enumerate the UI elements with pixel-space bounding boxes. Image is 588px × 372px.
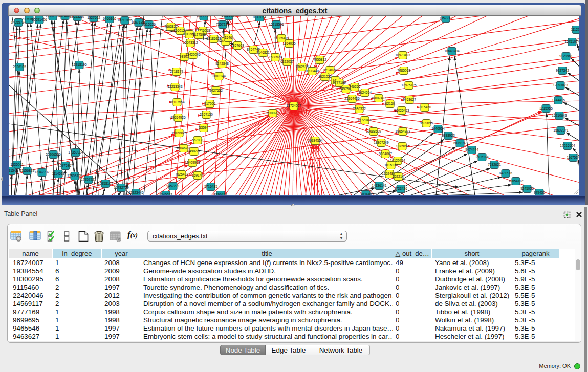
- svg-text:15720407: 15720407: [357, 118, 373, 122]
- svg-text:252214: 252214: [393, 174, 404, 178]
- svg-text:12505135: 12505135: [67, 174, 82, 178]
- svg-text:12923445: 12923445: [128, 191, 144, 194]
- svg-text:18807249: 18807249: [374, 141, 389, 144]
- svg-text:7625402: 7625402: [175, 172, 188, 176]
- svg-text:7663822: 7663822: [164, 25, 178, 28]
- svg-text:1733426: 1733426: [394, 187, 407, 190]
- svg-text:16782759: 16782759: [114, 186, 129, 189]
- svg-text:6322037: 6322037: [280, 60, 294, 63]
- svg-text:53594: 53594: [199, 126, 209, 129]
- svg-text:19166825: 19166825: [171, 131, 187, 135]
- svg-text:16648784: 16648784: [444, 49, 460, 53]
- svg-text:2367608: 2367608: [231, 43, 244, 47]
- svg-text:7357212: 7357212: [439, 16, 452, 20]
- svg-text:15692971: 15692971: [553, 128, 569, 132]
- svg-text:9227342: 9227342: [556, 69, 569, 72]
- svg-text:6879197: 6879197: [453, 141, 467, 145]
- svg-text:3624554: 3624554: [358, 91, 372, 94]
- svg-text:9242848: 9242848: [215, 62, 229, 65]
- svg-text:1335061: 1335061: [10, 163, 24, 166]
- svg-text:1114519: 1114519: [52, 172, 65, 176]
- svg-text:9457271: 9457271: [166, 184, 180, 188]
- svg-text:12342737: 12342737: [34, 170, 50, 174]
- svg-text:917006: 917006: [204, 102, 215, 105]
- svg-text:15409948: 15409948: [185, 161, 200, 164]
- svg-text:2026105: 2026105: [13, 65, 26, 69]
- svg-text:9699695: 9699695: [420, 121, 433, 125]
- svg-text:16033809: 16033809: [196, 16, 211, 18]
- svg-text:10807487: 10807487: [371, 96, 386, 100]
- svg-text:1440954: 1440954: [431, 127, 445, 130]
- svg-text:9245052: 9245052: [159, 193, 172, 195]
- svg-text:9474444: 9474444: [465, 148, 478, 151]
- svg-text:7357224: 7357224: [216, 23, 229, 26]
- svg-text:109448: 109448: [360, 192, 372, 195]
- svg-text:10654112: 10654112: [509, 179, 524, 183]
- svg-text:62160: 62160: [385, 102, 395, 105]
- svg-text:9245052: 9245052: [520, 187, 534, 190]
- svg-text:10958107: 10958107: [98, 182, 113, 185]
- svg-text:9146821: 9146821: [256, 51, 270, 54]
- svg-text:10025453: 10025453: [394, 108, 409, 112]
- svg-text:16107554: 16107554: [169, 100, 185, 104]
- svg-text:19654925: 19654925: [170, 116, 186, 119]
- svg-text:9127503: 9127503: [192, 33, 206, 36]
- svg-text:25300203: 25300203: [265, 111, 280, 115]
- svg-text:7955812: 7955812: [313, 58, 326, 61]
- svg-text:1164095: 1164095: [282, 41, 296, 45]
- svg-text:1621022: 1621022: [318, 75, 332, 78]
- svg-text:10653267: 10653267: [70, 16, 85, 18]
- svg-text:2935114: 2935114: [475, 155, 489, 159]
- svg-text:9777169: 9777169: [333, 81, 346, 84]
- svg-text:14055724: 14055724: [11, 20, 26, 24]
- svg-text:1527602: 1527602: [87, 16, 100, 19]
- svg-text:12213343: 12213343: [167, 85, 183, 89]
- svg-text:10975867: 10975867: [58, 164, 73, 167]
- svg-text:20691406: 20691406: [32, 18, 47, 21]
- svg-text:9129961: 9129961: [559, 54, 573, 58]
- svg-text:39154: 39154: [9, 169, 16, 172]
- svg-text:23420046: 23420046: [185, 53, 201, 56]
- svg-text:9115460: 9115460: [418, 105, 431, 109]
- svg-text:7485063: 7485063: [397, 69, 410, 72]
- svg-text:567833: 567833: [192, 138, 203, 142]
- svg-text:8990448: 8990448: [306, 69, 319, 73]
- svg-text:3267130: 3267130: [200, 113, 213, 116]
- svg-text:169144: 169144: [192, 173, 203, 177]
- svg-text:3215955: 3215955: [539, 106, 553, 110]
- svg-text:14136141: 14136141: [372, 184, 387, 187]
- svg-text:8938923: 8938923: [442, 134, 455, 137]
- svg-text:1244415: 1244415: [552, 98, 565, 102]
- svg-text:10543312: 10543312: [183, 41, 198, 45]
- svg-text:6794024: 6794024: [323, 68, 337, 72]
- svg-text:12975125: 12975125: [401, 83, 417, 87]
- svg-text:10688609: 10688609: [366, 129, 381, 133]
- svg-text:17957223: 17957223: [81, 178, 96, 181]
- svg-text:21364436: 21364436: [344, 97, 360, 100]
- svg-text:1167534: 1167534: [567, 156, 579, 159]
- svg-text:1615132: 1615132: [384, 163, 398, 167]
- svg-text:20206536: 20206536: [46, 152, 61, 156]
- svg-text:8796452: 8796452: [214, 193, 227, 195]
- svg-text:1075692: 1075692: [396, 144, 409, 148]
- svg-text:11156829: 11156829: [20, 169, 35, 172]
- svg-text:13918195: 13918195: [72, 63, 87, 67]
- svg-text:7986322: 7986322: [353, 107, 366, 111]
- svg-text:10218506: 10218506: [269, 23, 284, 26]
- svg-text:16210643: 16210643: [552, 114, 567, 117]
- svg-text:9427552: 9427552: [209, 89, 223, 92]
- svg-text:979450: 979450: [534, 191, 545, 194]
- svg-text:2718179: 2718179: [170, 70, 183, 73]
- svg-text:7515526: 7515526: [142, 23, 156, 26]
- svg-text:8660124: 8660124: [173, 29, 187, 32]
- svg-text:2803144: 2803144: [212, 74, 226, 78]
- svg-text:7632621: 7632621: [488, 163, 501, 166]
- svg-text:19654923: 19654923: [395, 129, 410, 133]
- svg-text:9084067: 9084067: [379, 152, 392, 156]
- svg-text:1588520: 1588520: [269, 55, 282, 59]
- svg-text:5716485: 5716485: [204, 185, 217, 188]
- svg-text:10973493: 10973493: [395, 53, 410, 57]
- svg-text:1546: 1546: [225, 36, 232, 39]
- svg-text:1362615: 1362615: [295, 65, 309, 69]
- svg-text:10655287: 10655287: [221, 16, 236, 17]
